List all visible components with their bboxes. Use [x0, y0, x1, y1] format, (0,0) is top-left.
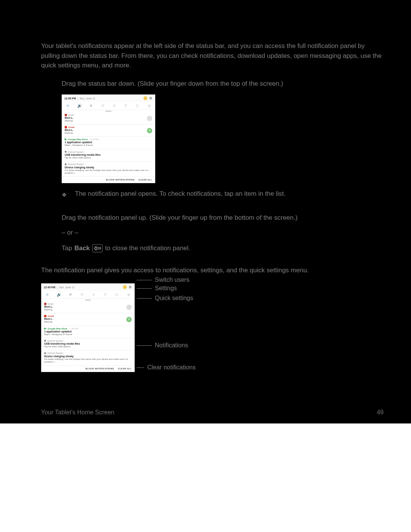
status-time: 12:45 PM	[44, 286, 55, 289]
notif-app-name: Android System	[47, 352, 63, 354]
status-time: 12:45 PM	[64, 97, 76, 100]
qs-dnd-icon[interactable]: ✕	[91, 292, 96, 297]
user-switch-icon[interactable]	[123, 285, 127, 289]
gear-icon[interactable]: ⚙	[128, 285, 132, 289]
clear-all-button[interactable]: CLEAR ALL	[118, 367, 132, 370]
notif-app-name: Email	[68, 114, 74, 116]
sys-icon	[44, 340, 46, 342]
qs-vol-icon[interactable]: 🔊	[77, 103, 82, 109]
callout-notifications: Notifications	[137, 342, 188, 349]
notif-app-name: Gmail	[68, 126, 75, 128]
tap-pre: Tap	[62, 244, 72, 252]
qs-dnd-icon[interactable]: ✕	[112, 103, 117, 109]
gear-icon[interactable]: ⚙	[149, 96, 153, 100]
chevron-down-icon[interactable]: ˅	[64, 352, 65, 355]
quick-settings-row[interactable]: ≋🔊✱⟳✕⚲🗋⊕	[41, 291, 134, 299]
qs-bt-icon[interactable]: ✱	[68, 292, 73, 297]
layout-intro: The notification panel gives you access …	[41, 265, 384, 275]
qs-file-icon[interactable]: 🗋	[135, 103, 140, 109]
qs-loc-icon[interactable]: ⚲	[123, 103, 129, 109]
qs-bt-icon[interactable]: ✱	[88, 103, 94, 109]
notif-title: Rich L.	[44, 305, 132, 308]
tap-back-line: Tap Back to close the notification panel…	[62, 244, 384, 252]
sys-icon	[65, 151, 67, 153]
email-icon	[65, 114, 67, 116]
callout-label: Settings	[155, 285, 177, 292]
notification-item[interactable]: Gmail Rich L. Meeting R	[41, 313, 134, 326]
notif-title: Rich L.	[65, 117, 152, 119]
notif-title: Rich L.	[65, 129, 152, 131]
qs-file-icon[interactable]: 🗋	[114, 292, 119, 297]
qs-rot-icon[interactable]: ⟳	[100, 103, 105, 109]
panel-actions: BLOCK NOTIFICATIONS CLEAR ALL	[62, 177, 155, 183]
notif-body: Meeting	[65, 120, 152, 122]
diamond-bullet-icon: ❖	[62, 190, 67, 200]
callout-settings: Settings	[137, 285, 177, 292]
notification-item[interactable]: Gmail Rich L. Meeting R	[62, 125, 155, 137]
tap-post: to close the notification panel.	[105, 244, 190, 252]
intro-paragraph: Your tablet's notifications appear at th…	[41, 41, 384, 70]
block-notifications-button[interactable]: BLOCK NOTIFICATIONS	[106, 179, 135, 181]
chevron-down-icon[interactable]: ˅	[85, 163, 86, 166]
qs-loc-icon[interactable]: ⚲	[103, 292, 108, 297]
play-icon	[44, 328, 46, 330]
close-step: Drag the notification panel up. (Slide y…	[62, 213, 384, 223]
notif-title: 1 application updated	[44, 330, 132, 333]
callout-clear: Clear notifications	[137, 364, 196, 371]
notif-body: Tap for other USB options.	[65, 157, 152, 159]
notif-app-name: Android System	[47, 340, 63, 342]
sys-icon	[44, 352, 46, 354]
notification-item[interactable]: Android System USB transferring media fi…	[62, 149, 155, 161]
notif-body: Meeting	[65, 132, 152, 134]
open-step: Drag the status bar down. (Slide your fi…	[62, 79, 384, 89]
block-notifications-button[interactable]: BLOCK NOTIFICATIONS	[86, 367, 114, 370]
notif-app-name: Android System	[68, 163, 84, 165]
qs-wifi-icon[interactable]: ≋	[45, 292, 50, 297]
notification-panel: 12:45 PM | Sun, June 11 ⚙ ≋🔊✱⟳✕⚲🗋⊕ Email…	[62, 94, 155, 183]
play-icon	[65, 138, 67, 141]
qs-wifi-icon[interactable]: ≋	[65, 103, 70, 109]
panel-actions: BLOCK NOTIFICATIONS CLEAR ALL	[41, 366, 134, 372]
notification-item[interactable]: Email Rich L. Meeting	[41, 301, 134, 313]
tap-back-word: Back	[74, 244, 90, 252]
user-switch-icon[interactable]	[143, 96, 147, 100]
notif-app-name: Google Play Store	[68, 138, 88, 141]
notif-title: Device charging slowly	[65, 166, 152, 169]
gmail-icon	[65, 126, 67, 128]
sys-icon	[65, 163, 67, 165]
notif-body: Tap for other USB options.	[44, 345, 132, 348]
callout-label: Quick settings	[155, 295, 193, 302]
panel-statusbar: 12:45 PM | Sun, June 11 ⚙	[41, 284, 134, 291]
callout-label: Notifications	[155, 342, 188, 349]
notification-item[interactable]: Google Play Store · 1:40 PM 1 applicatio…	[41, 326, 134, 338]
manual-page: Your tablet's notifications appear at th…	[0, 0, 411, 423]
notification-item[interactable]: Android System USB transferring media fi…	[41, 338, 134, 350]
qs-ext-icon[interactable]: ⊕	[126, 292, 131, 297]
notification-panel-labeled: 12:45 PM | Sun, June 11 ⚙ ≋🔊✱⟳✕⚲🗋⊕ Email…	[41, 283, 135, 372]
email-icon	[44, 303, 46, 305]
quick-settings-row[interactable]: ≋🔊✱⟳✕⚲🗋⊕	[62, 102, 155, 110]
notification-item[interactable]: Google Play Store · 1:40 PM 1 applicatio…	[62, 137, 155, 149]
open-result-bullet: ❖ The notification panel opens. To check…	[62, 190, 384, 200]
avatar: R	[126, 317, 132, 322]
callout-switch-users: Switch users	[137, 276, 190, 283]
notification-item[interactable]: Android System ˅ Device charging slowly …	[41, 350, 134, 366]
notif-title: 1 application updated	[65, 141, 152, 144]
screenshot-layout: 12:45 PM | Sun, June 11 ⚙ ≋🔊✱⟳✕⚲🗋⊕ Email…	[41, 283, 384, 382]
notif-body: Meeting	[44, 321, 132, 323]
qs-rot-icon[interactable]: ⟳	[80, 292, 85, 297]
avatar	[126, 305, 132, 310]
status-date: Sun, June 11	[80, 97, 95, 100]
qs-vol-icon[interactable]: 🔊	[56, 292, 62, 297]
notif-app-name: Gmail	[48, 315, 54, 317]
panel-statusbar: 12:45 PM | Sun, June 11 ⚙	[62, 95, 155, 102]
gmail-icon	[44, 315, 46, 317]
notif-title: USB transferring media files	[65, 153, 152, 156]
clear-all-button[interactable]: CLEAR ALL	[139, 179, 152, 181]
qs-ext-icon[interactable]: ⊕	[147, 103, 152, 109]
notif-body: For faster charging, use the charger tha…	[44, 358, 132, 363]
open-result-text: The notification panel opens. To check n…	[75, 190, 285, 198]
notification-item[interactable]: Email Rich L. Meeting	[62, 112, 155, 125]
callout-quick-settings: Quick settings	[137, 295, 193, 302]
notification-item[interactable]: Android System ˅ Device charging slowly …	[62, 161, 155, 177]
